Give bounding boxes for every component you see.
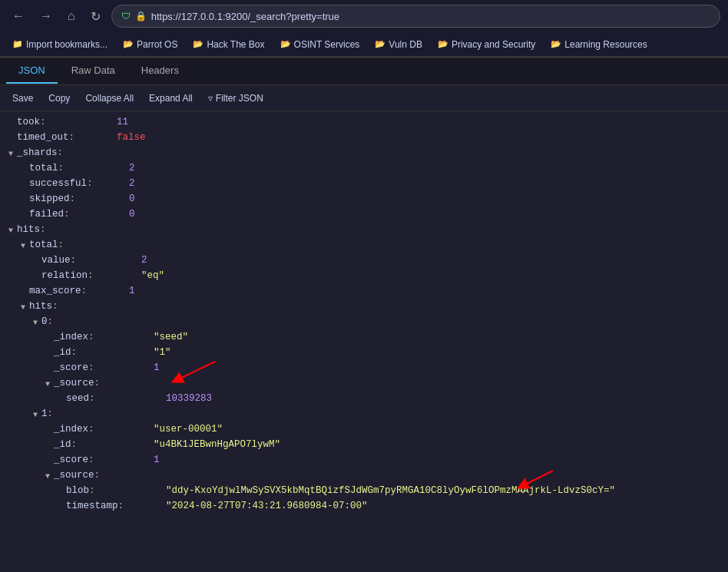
json-row: took:11 — [0, 114, 728, 130]
json-value: false — [117, 130, 146, 145]
address-text[interactable]: https://127.0.0.1:9200/_search?pretty=tr… — [151, 11, 710, 22]
json-key: hits: — [29, 299, 129, 314]
json-value: "ddy-KxoYdjwlMwSySVX5kbMqtBQizfSJdWGm7py… — [166, 483, 615, 498]
json-key: _score: — [54, 360, 154, 375]
json-toolbar: Save Copy Collapse All Expand All ▿ Filt… — [0, 85, 728, 111]
json-key: seed: — [66, 391, 166, 406]
json-key: total: — [29, 160, 129, 176]
bookmark-icon-5: 📂 — [438, 39, 448, 49]
collapse-toggle[interactable]: ▼ — [6, 148, 15, 157]
json-row: timed_out:false — [0, 130, 728, 145]
shield-icon: 🛡 — [121, 11, 131, 21]
json-row: _index:"seed" — [0, 329, 728, 345]
json-key: timed_out: — [17, 130, 117, 145]
json-key: _index: — [54, 329, 154, 345]
collapse-toggle[interactable]: ▼ — [18, 240, 28, 250]
json-key: total: — [29, 237, 129, 253]
address-bar[interactable]: 🛡 🔒 https://127.0.0.1:9200/_search?prett… — [111, 5, 720, 28]
tab-raw[interactable]: Raw Data — [59, 58, 127, 84]
bookmark-privacy[interactable]: 📂 Privacy and Security — [432, 38, 541, 51]
json-key: _id: — [54, 437, 154, 452]
home-button[interactable]: ⌂ — [63, 8, 80, 25]
json-key: took: — [17, 114, 117, 130]
json-key: 1: — [41, 406, 141, 422]
collapse-all-button[interactable]: Collapse All — [79, 91, 140, 106]
tab-json[interactable]: JSON — [6, 58, 58, 84]
json-row: successful:2 — [0, 176, 728, 191]
bookmark-label-6: Learning Resources — [564, 39, 647, 50]
json-key: failed: — [29, 207, 129, 222]
bookmark-vuln[interactable]: 📂 Vuln DB — [369, 38, 429, 51]
json-value: 1 — [154, 360, 160, 375]
bookmark-icon-1: 📂 — [123, 39, 134, 49]
filter-icon: ▿ — [208, 93, 213, 104]
json-value: 1 — [129, 283, 135, 299]
json-value: 0 — [129, 207, 135, 222]
json-key: value: — [41, 253, 141, 268]
json-value: 2 — [129, 176, 135, 191]
json-row: seed:10339283 — [0, 391, 728, 406]
json-value: "user-00001" — [154, 422, 223, 437]
json-row: ▼_shards: — [0, 145, 728, 160]
json-row: ▼hits: — [0, 299, 728, 314]
json-key: hits: — [17, 222, 117, 237]
collapse-toggle[interactable]: ▼ — [18, 302, 28, 311]
json-key: max_score: — [29, 283, 129, 299]
copy-button[interactable]: Copy — [42, 91, 76, 106]
collapse-toggle[interactable]: ▼ — [31, 409, 40, 418]
json-value: "u4BK1JEBwnHgAPO7lywM" — [154, 437, 280, 452]
json-key: skipped: — [29, 191, 129, 207]
json-row: _index:"user-00001" — [0, 422, 728, 437]
json-key: timestamp: — [66, 498, 166, 514]
json-row: relation:"eq" — [0, 268, 728, 283]
bookmark-label-3: OSINT Services — [294, 39, 360, 50]
forward-button[interactable]: → — [35, 8, 57, 25]
json-row: timestamp:"2024-08-27T07:43:21.9680984-0… — [0, 498, 728, 514]
bookmark-learning[interactable]: 📂 Learning Resources — [544, 38, 653, 51]
tab-bar: JSON Raw Data Headers — [0, 58, 728, 85]
devtools-panel: JSON Raw Data Headers Save Copy Collapse… — [0, 58, 728, 572]
bookmarks-bar: 📁 Import bookmarks... 📂 Parrot OS 📂 Hack… — [0, 32, 728, 57]
collapse-toggle[interactable]: ▼ — [6, 225, 15, 234]
bookmark-label-0: Import bookmarks... — [26, 39, 108, 50]
save-button[interactable]: Save — [6, 91, 39, 106]
json-key: blob: — [66, 483, 166, 498]
bookmark-icon-2: 📂 — [193, 39, 204, 49]
refresh-button[interactable]: ↻ — [86, 8, 105, 25]
bookmark-import[interactable]: 📁 Import bookmarks... — [6, 38, 114, 51]
bookmark-icon-4: 📂 — [375, 39, 386, 49]
json-content: took:11timed_out:false▼_shards:total:2su… — [0, 111, 728, 572]
bookmark-osint[interactable]: 📂 OSINT Services — [274, 38, 366, 51]
json-key: relation: — [41, 268, 141, 283]
bookmark-icon-3: 📂 — [280, 39, 291, 49]
tab-headers[interactable]: Headers — [129, 58, 191, 84]
json-row: _score:1 — [0, 452, 728, 468]
json-row: _score:1 — [0, 360, 728, 375]
json-row: blob:"ddy-KxoYdjwlMwSySVX5kbMqtBQizfSJdW… — [0, 483, 728, 498]
json-key: _source: — [54, 468, 154, 483]
filter-label: Filter JSON — [216, 93, 263, 104]
json-row: value:2 — [0, 253, 728, 268]
nav-bar: ← → ⌂ ↻ 🛡 🔒 https://127.0.0.1:9200/_sear… — [0, 0, 728, 32]
collapse-toggle[interactable]: ▼ — [43, 471, 52, 480]
filter-json-button[interactable]: ▿ Filter JSON — [202, 91, 270, 106]
json-value: 10339283 — [166, 391, 212, 406]
json-value: 2 — [129, 160, 135, 176]
json-row: total:2 — [0, 160, 728, 176]
expand-all-button[interactable]: Expand All — [143, 91, 199, 106]
json-value: "2024-08-27T07:43:21.9680984-07:00" — [166, 498, 368, 514]
json-row: ▼hits: — [0, 222, 728, 237]
json-row: failed:0 — [0, 207, 728, 222]
json-value: 0 — [129, 191, 135, 207]
bookmark-parrot[interactable]: 📂 Parrot OS — [117, 38, 184, 51]
lock-icon: 🔒 — [135, 11, 147, 21]
back-button[interactable]: ← — [8, 8, 29, 25]
json-row: ▼_source: — [0, 375, 728, 391]
json-row: ▼total: — [0, 237, 728, 253]
json-value: 1 — [154, 452, 160, 468]
bookmark-label-1: Parrot OS — [137, 39, 177, 50]
bookmark-htb[interactable]: 📂 Hack The Box — [187, 38, 270, 51]
collapse-toggle[interactable]: ▼ — [31, 317, 40, 326]
bookmark-icon-6: 📂 — [551, 39, 561, 49]
collapse-toggle[interactable]: ▼ — [43, 379, 52, 388]
